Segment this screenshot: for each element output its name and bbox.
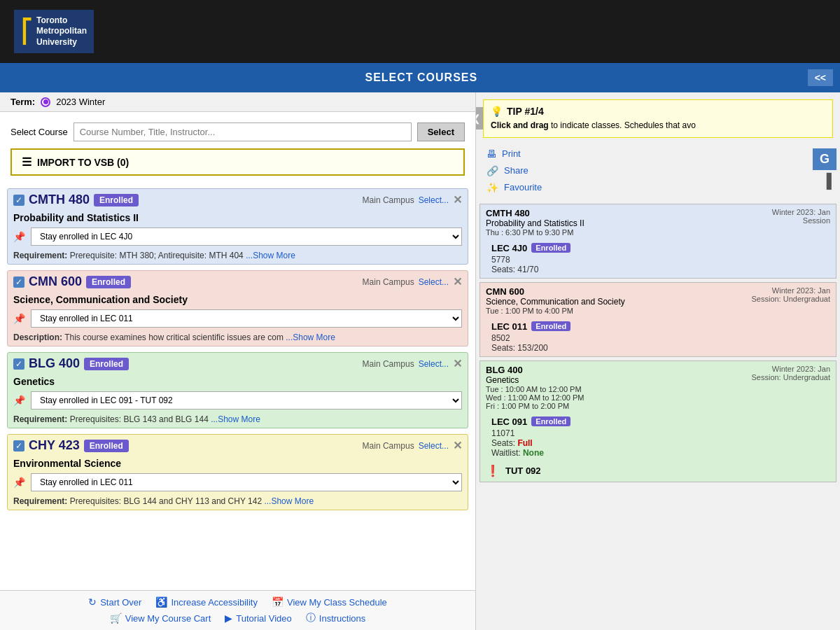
- section-detail-cmth480: LEC 4J0 Enrolled 5778 Seats: 41/70: [480, 240, 836, 278]
- course-checkbox-cmn600[interactable]: ✓: [13, 276, 24, 288]
- course-card-chy423: ✓ CHY 423 Enrolled Main Campus Select...…: [7, 434, 468, 510]
- course-checkbox-blg400[interactable]: ✓: [13, 358, 24, 370]
- section-row-chy423: 📌 Stay enrolled in LEC 011: [8, 472, 468, 494]
- bottom-row-2: 🛒 View My Course Cart ▶ Tutorial Video ⓘ…: [10, 612, 465, 624]
- section-detail-blg400-lec: LEC 091 Enrolled 11071 Seats: Full Waitl…: [480, 414, 836, 461]
- course-header-cmn600: ✓ CMN 600 Enrolled Main Campus Select...…: [8, 271, 468, 293]
- favourite-label: Favourite: [504, 182, 542, 192]
- course-search-input[interactable]: [74, 122, 412, 141]
- remove-cmn600[interactable]: ✕: [453, 275, 462, 288]
- sched-term-cmth480: Winter 2023: Jan: [772, 208, 830, 216]
- select-button[interactable]: Select: [417, 122, 465, 141]
- course-card-cmn600: ✓ CMN 600 Enrolled Main Campus Select...…: [7, 270, 468, 346]
- enrolled-sm-blg400: Enrolled: [531, 416, 570, 426]
- sched-time-blg400-3: Fri : 1:00 PM to 2:00 PM: [486, 402, 584, 410]
- term-label: Term:: [10, 97, 35, 107]
- sched-session-blg400: Session: Undergraduat: [751, 373, 830, 382]
- start-over-label: Start Over: [100, 597, 141, 608]
- sched-seats-blg400: Seats: Full: [491, 438, 830, 448]
- select-link-chy423[interactable]: Select...: [419, 441, 449, 451]
- instructions-link[interactable]: ⓘ Instructions: [306, 612, 365, 624]
- show-more-blg400[interactable]: ...Show More: [211, 414, 260, 424]
- course-header-blg400: ✓ BLG 400 Enrolled Main Campus Select...…: [8, 353, 468, 374]
- section-select-blg400[interactable]: Stay enrolled in LEC 091 - TUT 092: [31, 391, 462, 410]
- header-bar: SELECT COURSES <<: [0, 63, 840, 92]
- course-header-chy423: ✓ CHY 423 Enrolled Main Campus Select...…: [8, 435, 468, 456]
- term-bar: Term: 2023 Winter: [0, 92, 475, 112]
- section-select-cmth480[interactable]: Stay enrolled in LEC 4J0: [31, 227, 462, 246]
- course-header-cmth480: ✓ CMTH 480 Enrolled Main Campus Select..…: [8, 189, 468, 211]
- schedule-item-blg400: BLG 400 Genetics Tue : 10:00 AM to 12:00…: [479, 360, 836, 482]
- show-more-cmth480[interactable]: ...Show More: [246, 251, 295, 260]
- collapse-button[interactable]: <<: [808, 69, 833, 86]
- enrolled-sm-cmth480: Enrolled: [531, 243, 570, 253]
- enrolled-badge-chy423: Enrolled: [84, 440, 129, 452]
- sched-session-cmth480: Session: [772, 216, 830, 225]
- course-checkbox-cmth480[interactable]: ✓: [13, 195, 24, 206]
- sched-time-cmth480: Thu : 6:30 PM to 9:30 PM: [486, 228, 584, 237]
- right-actions: 🖶 Print 🔗 Share ✨ Favourite: [476, 141, 840, 200]
- page-title: SELECT COURSES: [35, 71, 808, 84]
- share-link[interactable]: 🔗 Share: [486, 165, 830, 176]
- tip-rest: to indicate classes. Schedules that avo: [551, 120, 696, 130]
- accessibility-link[interactable]: ♿ Increase Accessibility: [155, 596, 258, 608]
- import-label: IMPORT TO VSB (0): [37, 157, 129, 168]
- sched-header-cmn600: CMN 600 Science, Communication and Socie…: [480, 283, 836, 318]
- class-schedule-link[interactable]: 📅 View My Class Schedule: [272, 596, 387, 608]
- course-checkbox-chy423[interactable]: ✓: [13, 440, 24, 451]
- start-over-link[interactable]: ↻ Start Over: [88, 596, 141, 608]
- question-icon: ⓘ: [306, 612, 316, 624]
- right-panel: ❮ 💡 TIP #1/4 Click and drag to indicate …: [476, 92, 840, 630]
- sched-code-blg400: BLG 400: [486, 365, 584, 375]
- term-radio[interactable]: [41, 97, 50, 107]
- sched-time-blg400-1: Tue : 10:00 AM to 12:00 PM: [486, 385, 584, 393]
- req-cmth480: Requirement: Prerequisite: MTH 380; Anti…: [8, 248, 468, 264]
- campus-chy423: Main Campus: [363, 441, 414, 451]
- enrolled-sm-cmn600: Enrolled: [531, 321, 570, 331]
- show-more-cmn600[interactable]: ...Show More: [286, 332, 335, 342]
- cart-icon: 🛒: [110, 612, 122, 624]
- course-name-blg400: Genetics: [8, 374, 468, 390]
- waitlist-blg400: Waitlist: None: [491, 448, 830, 458]
- remove-cmth480[interactable]: ✕: [453, 193, 462, 206]
- g-button[interactable]: G: [813, 148, 836, 170]
- logo-text: Toronto Metropolitan University: [36, 15, 87, 48]
- skip-back-icon[interactable]: ▌: [827, 173, 836, 189]
- import-vsb-button[interactable]: ☰ IMPORT TO VSB (0): [10, 148, 465, 176]
- lightbulb-icon: 💡: [491, 106, 503, 117]
- sched-code-cmth480: CMTH 480: [486, 208, 584, 218]
- enrolled-badge-cmn600: Enrolled: [86, 276, 131, 288]
- schedule-item-cmth480: CMTH 480 Probability and Statistics II T…: [479, 204, 836, 279]
- sched-time-cmn600: Tue : 1:00 PM to 4:00 PM: [486, 307, 625, 315]
- section-row-blg400: 📌 Stay enrolled in LEC 091 - TUT 092: [8, 390, 468, 412]
- calendar-icon: 📅: [272, 596, 284, 608]
- course-cart-label: View My Course Cart: [125, 613, 211, 624]
- sched-seats-cmth480: Seats: 41/70: [491, 265, 830, 274]
- remove-blg400[interactable]: ✕: [453, 357, 462, 370]
- main-layout: Term: 2023 Winter Select Course Select ☰…: [0, 92, 840, 630]
- schedule-panel: CMTH 480 Probability and Statistics II T…: [476, 200, 840, 630]
- class-schedule-label: View My Class Schedule: [287, 597, 387, 608]
- print-label: Print: [502, 148, 521, 159]
- tip-header: 💡 TIP #1/4: [491, 106, 825, 117]
- tutorial-link[interactable]: ▶ Tutorial Video: [225, 612, 292, 624]
- lec-label-cmth480: LEC 4J0: [491, 243, 527, 253]
- share-label: Share: [504, 165, 528, 176]
- pin-icon-blg400: 📌: [13, 395, 25, 406]
- top-bar: ⎡ Toronto Metropolitan University: [0, 0, 840, 63]
- select-link-cmn600[interactable]: Select...: [419, 277, 449, 287]
- sched-term-cmn600: Winter 2023: Jan: [751, 286, 830, 295]
- enrolled-badge-blg400: Enrolled: [84, 358, 129, 370]
- print-link[interactable]: 🖶 Print: [486, 148, 830, 160]
- course-cart-link[interactable]: 🛒 View My Course Cart: [110, 612, 211, 624]
- remove-chy423[interactable]: ✕: [453, 439, 462, 452]
- select-link-cmth480[interactable]: Select...: [419, 195, 449, 205]
- favourite-link[interactable]: ✨ Favourite: [486, 182, 830, 193]
- section-select-chy423[interactable]: Stay enrolled in LEC 011: [31, 473, 462, 491]
- show-more-chy423[interactable]: ...Show More: [264, 496, 314, 506]
- pin-icon-cmth480: 📌: [13, 231, 25, 242]
- select-link-blg400[interactable]: Select...: [419, 359, 449, 369]
- schedule-item-cmn600: CMN 600 Science, Communication and Socie…: [479, 282, 836, 357]
- tip-container: ❮ 💡 TIP #1/4 Click and drag to indicate …: [479, 96, 836, 141]
- section-select-cmn600[interactable]: Stay enrolled in LEC 011: [31, 309, 462, 328]
